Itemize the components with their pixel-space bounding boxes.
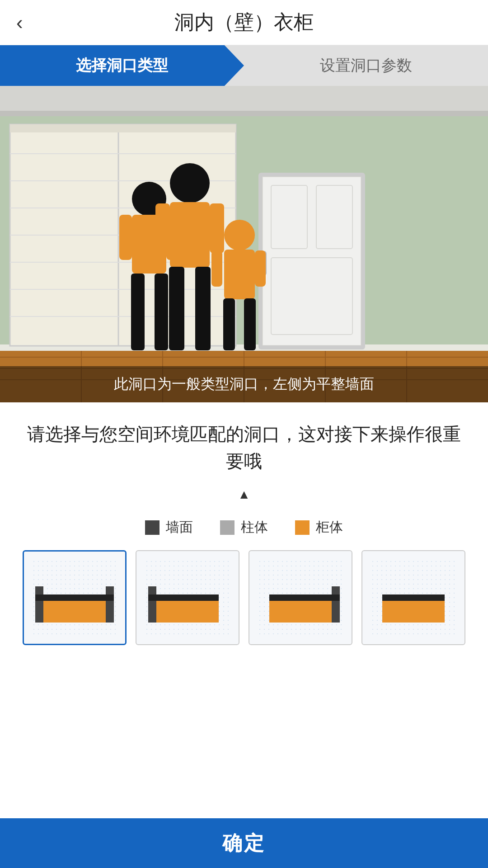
arrow-indicator: ▲ (0, 484, 488, 511)
scene-image: 此洞口为一般类型洞口，左侧为平整墙面 (0, 86, 488, 402)
legend-wall: 墙面 (145, 518, 193, 537)
legend-column: 柱体 (220, 518, 268, 537)
svg-rect-76 (382, 600, 445, 623)
legend-cabinet-label: 柜体 (316, 518, 343, 537)
svg-point-42 (170, 163, 210, 203)
svg-rect-52 (211, 250, 222, 287)
svg-rect-64 (148, 586, 156, 623)
scene-caption: 此洞口为一般类型洞口，左侧为平整墙面 (0, 366, 488, 402)
svg-rect-70 (332, 586, 340, 623)
svg-rect-72 (269, 594, 332, 601)
tab-select-type[interactable]: 选择洞口类型 (0, 45, 244, 86)
legend-wall-label: 墙面 (166, 518, 193, 537)
svg-rect-39 (155, 274, 168, 350)
svg-rect-43 (170, 202, 210, 268)
svg-rect-61 (106, 594, 114, 601)
svg-rect-53 (255, 250, 266, 287)
svg-rect-66 (156, 594, 219, 601)
svg-rect-14 (10, 124, 236, 132)
svg-rect-46 (155, 203, 170, 253)
svg-rect-65 (156, 600, 219, 623)
svg-rect-60 (35, 594, 43, 601)
svg-point-48 (224, 220, 255, 250)
svg-rect-51 (244, 298, 256, 350)
svg-rect-47 (210, 203, 224, 253)
svg-rect-44 (169, 267, 184, 350)
svg-rect-1 (0, 86, 488, 113)
option-card-0[interactable] (23, 550, 127, 645)
svg-rect-45 (195, 267, 211, 350)
option-card-3[interactable] (361, 550, 465, 645)
svg-rect-58 (43, 600, 106, 623)
page-title: 洞内（壁）衣柜 (174, 9, 314, 36)
svg-rect-59 (43, 594, 106, 601)
svg-rect-30 (262, 176, 361, 346)
svg-rect-2 (0, 111, 488, 116)
svg-rect-77 (382, 594, 445, 601)
svg-rect-73 (332, 594, 340, 601)
option-card-1[interactable] (136, 550, 239, 645)
svg-rect-57 (106, 586, 114, 623)
option-card-2[interactable] (249, 550, 352, 645)
svg-rect-71 (269, 600, 332, 623)
svg-rect-40 (119, 215, 132, 260)
svg-rect-67 (148, 594, 156, 601)
legend-cabinet: 柜体 (295, 518, 343, 537)
options-row (0, 550, 488, 663)
header: ‹ 洞内（壁）衣柜 (0, 0, 488, 45)
back-button[interactable]: ‹ (16, 11, 23, 34)
legend-column-label: 柱体 (241, 518, 268, 537)
legend-cabinet-icon (295, 520, 310, 535)
confirm-button[interactable]: 确定 (0, 818, 488, 868)
step-tabs: 选择洞口类型 设置洞口参数 (0, 45, 488, 86)
svg-rect-50 (223, 298, 235, 350)
svg-rect-38 (131, 274, 145, 350)
legend-wall-icon (145, 520, 160, 535)
svg-rect-56 (35, 586, 43, 623)
legend-column-icon (220, 520, 235, 535)
tab-set-params[interactable]: 设置洞口参数 (244, 45, 488, 86)
svg-rect-49 (224, 250, 255, 299)
description-text: 请选择与您空间环境匹配的洞口，这对接下来操作很重要哦 (0, 402, 488, 484)
legend: 墙面 柱体 柜体 (0, 511, 488, 550)
